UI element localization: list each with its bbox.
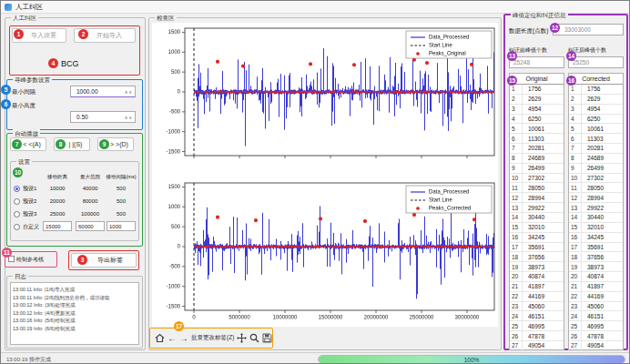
table-row[interactable]: 2244169	[569, 292, 623, 302]
peak-value[interactable]: 1756	[582, 85, 600, 94]
table-row[interactable]: 1938973	[569, 262, 623, 272]
table-row[interactable]: 46250	[569, 115, 623, 125]
home-icon[interactable]	[155, 333, 165, 344]
peak-value[interactable]: 45060	[582, 302, 604, 311]
peak-value[interactable]: 46151	[523, 311, 544, 320]
table-row[interactable]: 1128050	[510, 183, 564, 193]
peak-value[interactable]: 20281	[523, 144, 544, 153]
peak-value[interactable]: 24689	[582, 154, 604, 163]
table-row[interactable]: 1532010	[569, 223, 623, 233]
back-icon[interactable]: ←	[168, 333, 177, 344]
table-row[interactable]: 1837656	[510, 252, 564, 262]
peak-value[interactable]: 41897	[582, 282, 604, 291]
peak-value[interactable]: 26499	[582, 164, 604, 173]
peak-value[interactable]: 28994	[582, 193, 604, 202]
peak-value[interactable]: 35691	[582, 243, 604, 252]
table-row[interactable]: 1735691	[510, 243, 564, 253]
peak-value[interactable]: 11303	[582, 134, 604, 143]
peak-value[interactable]: 2629	[582, 95, 600, 104]
log-textarea[interactable]: 13:00:11 Info: (1/6)导入完成13:00:11 Info: (…	[10, 282, 139, 345]
peak-value[interactable]: 27302	[523, 174, 544, 183]
table-row[interactable]: 2446151	[569, 311, 623, 321]
peak-value[interactable]: 34245	[582, 233, 604, 242]
table-row[interactable]: 2040874	[510, 272, 564, 282]
table-row[interactable]: 2141897	[510, 282, 564, 292]
peak-value[interactable]: 47878	[523, 331, 544, 340]
table-row[interactable]: 926499	[510, 164, 564, 174]
table-row[interactable]: 2345060	[569, 302, 623, 312]
peak-value[interactable]: 6250	[523, 115, 541, 124]
table-row[interactable]: 1532010	[510, 223, 564, 233]
preset-radio-1[interactable]	[14, 186, 20, 192]
table-row[interactable]: 1128050	[569, 183, 623, 193]
preset-custom-input-2[interactable]	[76, 221, 105, 231]
peak-value[interactable]: 26499	[523, 164, 544, 173]
peak-value[interactable]: 10061	[523, 124, 544, 133]
table-row[interactable]: 824689	[569, 154, 623, 164]
peak-value[interactable]: 24689	[523, 154, 544, 163]
preset-custom-input-1[interactable]	[43, 221, 72, 231]
table-row[interactable]: 34954	[510, 105, 564, 115]
peak-value[interactable]: 29922	[582, 203, 604, 212]
min-interval-spin-buttons[interactable]: ∧∨	[125, 86, 133, 96]
peak-value[interactable]: 41897	[523, 282, 544, 291]
table-row[interactable]: 611303	[569, 134, 623, 144]
table-row[interactable]: 1634245	[510, 233, 564, 243]
peak-value[interactable]: 44169	[523, 292, 544, 301]
peak-value[interactable]: 46995	[582, 321, 604, 330]
peak-value[interactable]: 6250	[582, 115, 600, 124]
peak-value[interactable]: 4954	[523, 105, 541, 114]
pan-icon[interactable]	[237, 333, 247, 344]
peak-value[interactable]: 1756	[523, 85, 541, 94]
peak-value[interactable]: 29922	[523, 203, 544, 212]
spin-down-icon[interactable]: ∨	[128, 89, 133, 95]
peak-value[interactable]: 40874	[523, 272, 544, 281]
min-height-spin-buttons[interactable]: ∧∨	[125, 112, 133, 122]
table-row[interactable]: 1228994	[569, 193, 623, 203]
table-row[interactable]: 11756	[510, 85, 564, 95]
top-chart-canvas[interactable]	[152, 23, 498, 176]
peak-value[interactable]: 38973	[523, 262, 544, 271]
peak-value[interactable]: 40874	[582, 272, 604, 281]
peak-value[interactable]: 2629	[523, 95, 541, 104]
table-row[interactable]: 2546995	[510, 321, 564, 331]
spin-down-icon[interactable]: ∨	[128, 115, 133, 120]
table-row[interactable]: 34954	[569, 105, 623, 115]
peak-value[interactable]: 28050	[582, 183, 604, 192]
table-row[interactable]: 1837656	[569, 252, 623, 262]
table-row[interactable]: 1938973	[510, 262, 564, 272]
table-row[interactable]: 824689	[510, 154, 564, 164]
peak-value[interactable]: 11303	[523, 134, 544, 143]
peak-value[interactable]: 28994	[523, 193, 544, 202]
min-height-spinbox[interactable]: ∧∨	[70, 111, 136, 123]
table-row[interactable]: 22629	[510, 95, 564, 105]
table-row[interactable]: 2749054	[569, 341, 623, 351]
table-row[interactable]: 1027302	[569, 174, 623, 184]
peak-value[interactable]: 49054	[582, 341, 604, 350]
peak-value[interactable]: 20281	[582, 144, 604, 153]
peak-value[interactable]: 45060	[523, 302, 544, 311]
peak-value[interactable]: 44169	[582, 292, 604, 301]
table-row[interactable]: 2546995	[569, 321, 623, 331]
corrected-peaks-table[interactable]: Corrected 117562262934954462505100616113…	[568, 73, 624, 350]
table-row[interactable]: 720281	[510, 144, 564, 154]
min-interval-spinbox[interactable]: ∧∨	[70, 86, 136, 97]
table-row[interactable]: 1430440	[510, 213, 564, 223]
peak-value[interactable]: 49054	[523, 341, 544, 350]
table-row[interactable]: 2647878	[510, 331, 564, 341]
table-row[interactable]: 926499	[569, 164, 623, 174]
batch-edit-label-button[interactable]: 批量更改标签(Z)	[191, 334, 234, 342]
peak-value[interactable]: 46151	[582, 311, 604, 320]
table-row[interactable]: 2446151	[510, 311, 564, 321]
peak-value[interactable]: 4954	[582, 105, 600, 114]
peak-value[interactable]: 35691	[523, 243, 544, 252]
peak-value[interactable]: 37656	[523, 252, 544, 261]
peak-value[interactable]: 28050	[523, 183, 544, 192]
table-row[interactable]: 2749054	[510, 341, 564, 351]
table-row[interactable]: 2244169	[510, 292, 564, 302]
table-row[interactable]: 611303	[510, 134, 564, 144]
table-row[interactable]: 720281	[569, 144, 623, 154]
peak-value[interactable]: 34245	[523, 233, 544, 242]
table-row[interactable]: 1430440	[569, 213, 623, 223]
peak-value[interactable]: 32010	[523, 223, 544, 232]
